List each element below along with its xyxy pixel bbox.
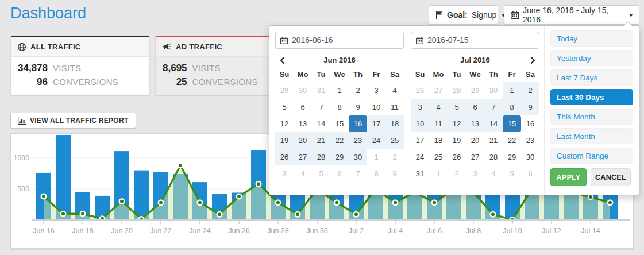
calendar-day[interactable]: 28 xyxy=(312,149,330,165)
calendar-day[interactable]: 2 xyxy=(349,82,367,99)
calendar-day[interactable]: 6 xyxy=(521,165,539,182)
calendar-day[interactable]: 27 xyxy=(429,82,448,99)
calendar-day[interactable]: 2 xyxy=(385,149,404,165)
calendar-day[interactable]: 4 xyxy=(385,82,404,99)
calendar-day[interactable]: 26 xyxy=(448,149,466,165)
preset-yesterday[interactable]: Yesterday xyxy=(550,50,633,66)
calendar-day[interactable]: 11 xyxy=(385,99,404,115)
goal-dropdown-button[interactable]: Goal: Signup ▾ xyxy=(429,5,498,25)
calendar-day[interactable]: 5 xyxy=(312,165,330,182)
calendar-day[interactable]: 4 xyxy=(484,165,503,182)
calendar-day[interactable]: 20 xyxy=(294,132,312,149)
view-all-traffic-report-button[interactable]: VIEW ALL TRAFFIC REPORT xyxy=(10,113,136,129)
calendar-day[interactable]: 6 xyxy=(294,99,312,115)
calendar-day[interactable]: 28 xyxy=(484,149,503,165)
calendar-day[interactable]: 30 xyxy=(349,149,367,165)
calendar-day[interactable]: 7 xyxy=(484,99,503,115)
calendar-day[interactable]: 3 xyxy=(466,165,484,182)
next-month-chevron-icon[interactable] xyxy=(527,55,538,66)
calendar-day[interactable]: 18 xyxy=(385,115,404,132)
calendar-day[interactable]: 22 xyxy=(330,132,349,149)
calendar-day[interactable]: 14 xyxy=(484,115,503,132)
calendar-day[interactable]: 13 xyxy=(466,115,484,132)
calendar-day[interactable]: 9 xyxy=(385,165,404,182)
calendar-day[interactable]: 6 xyxy=(330,165,349,182)
calendar-day[interactable]: 20 xyxy=(466,132,484,149)
calendar-day[interactable]: 15 xyxy=(330,115,349,132)
calendar-day[interactable]: 30 xyxy=(484,82,503,99)
calendar-day[interactable]: 12 xyxy=(448,115,466,132)
calendar-day[interactable]: 18 xyxy=(429,132,448,149)
calendar-day[interactable]: 8 xyxy=(503,99,521,115)
calendar-day[interactable]: 8 xyxy=(330,99,349,115)
calendar-day[interactable]: 2 xyxy=(521,82,539,99)
calendar-day[interactable]: 5 xyxy=(503,165,521,182)
calendar-day[interactable]: 24 xyxy=(367,132,385,149)
calendar-day[interactable]: 28 xyxy=(448,82,466,99)
preset-last-7-days[interactable]: Last 7 Days xyxy=(550,69,633,86)
apply-button[interactable]: APPLY xyxy=(550,168,587,186)
preset-today[interactable]: Today xyxy=(550,30,633,47)
calendar-day[interactable]: 25 xyxy=(385,132,404,149)
calendar-day[interactable]: 17 xyxy=(411,132,429,149)
calendar-day[interactable]: 29 xyxy=(466,82,484,99)
cancel-button[interactable]: CANCEL xyxy=(591,168,631,186)
calendar-day[interactable]: 2 xyxy=(448,165,466,182)
calendar-day[interactable]: 7 xyxy=(349,165,367,182)
calendar-day[interactable]: 19 xyxy=(275,132,294,149)
daterange-dropdown-button[interactable]: June 16, 2016 - July 15, 2016 ▾ xyxy=(504,5,639,25)
calendar-day[interactable]: 26 xyxy=(275,149,294,165)
calendar-day[interactable]: 31 xyxy=(312,82,330,99)
calendar-day[interactable]: 29 xyxy=(330,149,349,165)
calendar-day[interactable]: 10 xyxy=(411,115,429,132)
calendar-day[interactable]: 22 xyxy=(503,132,521,149)
calendar-day[interactable]: 8 xyxy=(367,165,385,182)
calendar-day[interactable]: 9 xyxy=(521,99,539,115)
calendar-day[interactable]: 4 xyxy=(429,99,448,115)
calendar-day-selected[interactable]: 15 xyxy=(503,115,521,132)
calendar-day[interactable]: 16 xyxy=(521,115,539,132)
calendar-day[interactable]: 1 xyxy=(367,149,385,165)
calendar-day[interactable]: 30 xyxy=(521,149,539,165)
calendar-day[interactable]: 3 xyxy=(411,99,429,115)
calendar-day[interactable]: 17 xyxy=(367,115,385,132)
calendar-day[interactable]: 27 xyxy=(466,149,484,165)
calendar-day[interactable]: 21 xyxy=(312,132,330,149)
calendar-day[interactable]: 24 xyxy=(411,149,429,165)
calendar-day[interactable]: 5 xyxy=(275,99,294,115)
calendar-day[interactable]: 21 xyxy=(484,132,503,149)
calendar-day[interactable]: 19 xyxy=(448,132,466,149)
calendar-day[interactable]: 31 xyxy=(411,165,429,182)
preset-custom-range[interactable]: Custom Range xyxy=(550,148,633,164)
start-date-input[interactable]: 2016-06-16 xyxy=(275,32,404,49)
calendar-day[interactable]: 3 xyxy=(367,82,385,99)
calendar-day[interactable]: 29 xyxy=(503,149,521,165)
calendar-day[interactable]: 13 xyxy=(294,115,312,132)
calendar-day[interactable]: 27 xyxy=(294,149,312,165)
calendar-day[interactable]: 23 xyxy=(349,132,367,149)
calendar-day[interactable]: 9 xyxy=(349,99,367,115)
preset-last-month[interactable]: Last Month xyxy=(550,128,633,144)
calendar-day[interactable]: 10 xyxy=(367,99,385,115)
calendar-day[interactable]: 12 xyxy=(275,115,294,132)
calendar-day[interactable]: 23 xyxy=(521,132,539,149)
calendar-day[interactable]: 1 xyxy=(330,82,349,99)
calendar-day[interactable]: 7 xyxy=(312,99,330,115)
calendar-day[interactable]: 26 xyxy=(411,82,429,99)
preset-last-30-days[interactable]: Last 30 Days xyxy=(550,89,633,105)
calendar-day[interactable]: 14 xyxy=(312,115,330,132)
calendar-day[interactable]: 5 xyxy=(448,99,466,115)
calendar-day-selected[interactable]: 16 xyxy=(349,115,367,132)
calendar-day[interactable]: 29 xyxy=(275,82,294,99)
calendar-day[interactable]: 25 xyxy=(429,149,448,165)
calendar-day[interactable]: 4 xyxy=(294,165,312,182)
calendar-day[interactable]: 1 xyxy=(503,82,521,99)
preset-this-month[interactable]: This Month xyxy=(550,109,633,125)
calendar-day[interactable]: 6 xyxy=(466,99,484,115)
calendar-day[interactable]: 30 xyxy=(294,82,312,99)
calendar-day[interactable]: 11 xyxy=(429,115,448,132)
end-date-input[interactable]: 2016-07-15 xyxy=(411,32,539,49)
prev-month-chevron-icon[interactable] xyxy=(276,55,288,66)
calendar-day[interactable]: 3 xyxy=(275,165,294,182)
calendar-day[interactable]: 1 xyxy=(429,165,448,182)
